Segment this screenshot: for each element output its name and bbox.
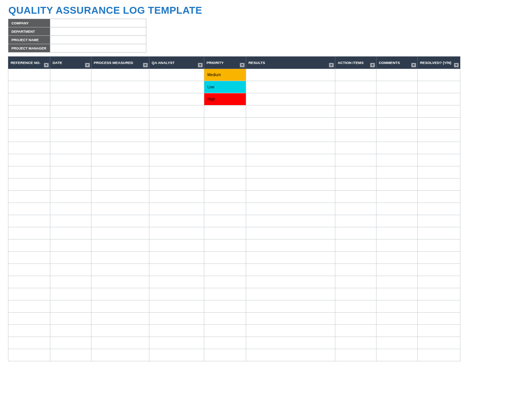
filter-dropdown-icon[interactable] (240, 63, 245, 67)
cell-resolved[interactable] (418, 81, 460, 93)
cell-priority[interactable] (204, 130, 246, 142)
cell-priority[interactable] (204, 227, 246, 239)
meta-value-company[interactable] (50, 19, 146, 27)
cell-action_items[interactable] (335, 276, 377, 288)
cell-comments[interactable] (377, 300, 418, 313)
cell-qa_analyst[interactable] (149, 69, 204, 81)
cell-priority[interactable] (204, 276, 246, 288)
cell-resolved[interactable] (418, 313, 460, 325)
cell-comments[interactable] (377, 191, 418, 203)
cell-priority[interactable] (204, 252, 246, 264)
cell-priority[interactable]: Medium (204, 69, 246, 81)
cell-reference_no[interactable] (8, 93, 50, 105)
cell-qa_analyst[interactable] (149, 252, 204, 264)
cell-action_items[interactable] (335, 191, 377, 203)
cell-process_measured[interactable] (91, 93, 149, 105)
cell-comments[interactable] (377, 81, 418, 93)
column-header-qa_analyst[interactable]: QA ANALYST (149, 57, 204, 69)
cell-results[interactable] (246, 105, 335, 118)
cell-date[interactable] (50, 337, 91, 349)
cell-priority[interactable] (204, 215, 246, 227)
cell-results[interactable] (246, 349, 335, 361)
filter-dropdown-icon[interactable] (411, 63, 416, 67)
cell-process_measured[interactable] (91, 337, 149, 349)
cell-results[interactable] (246, 191, 335, 203)
cell-comments[interactable] (377, 130, 418, 142)
cell-qa_analyst[interactable] (149, 81, 204, 93)
cell-process_measured[interactable] (91, 191, 149, 203)
cell-reference_no[interactable] (8, 313, 50, 325)
cell-priority[interactable] (204, 154, 246, 166)
cell-qa_analyst[interactable] (149, 215, 204, 227)
cell-qa_analyst[interactable] (149, 349, 204, 361)
cell-qa_analyst[interactable] (149, 300, 204, 313)
cell-action_items[interactable] (335, 81, 377, 93)
cell-resolved[interactable] (418, 215, 460, 227)
filter-dropdown-icon[interactable] (198, 63, 203, 67)
column-header-comments[interactable]: COMMENTS (377, 57, 418, 69)
cell-action_items[interactable] (335, 105, 377, 118)
cell-qa_analyst[interactable] (149, 239, 204, 252)
cell-process_measured[interactable] (91, 118, 149, 130)
cell-date[interactable] (50, 69, 91, 81)
cell-comments[interactable] (377, 179, 418, 191)
cell-process_measured[interactable] (91, 105, 149, 118)
cell-comments[interactable] (377, 288, 418, 300)
cell-resolved[interactable] (418, 349, 460, 361)
cell-date[interactable] (50, 227, 91, 239)
cell-resolved[interactable] (418, 203, 460, 215)
filter-dropdown-icon[interactable] (44, 63, 49, 67)
column-header-process_measured[interactable]: PROCESS MEASURED (91, 57, 149, 69)
cell-resolved[interactable] (418, 69, 460, 81)
cell-resolved[interactable] (418, 154, 460, 166)
cell-action_items[interactable] (335, 154, 377, 166)
cell-resolved[interactable] (418, 264, 460, 276)
meta-value-department[interactable] (50, 27, 146, 36)
cell-comments[interactable] (377, 93, 418, 105)
cell-comments[interactable] (377, 239, 418, 252)
cell-priority[interactable] (204, 264, 246, 276)
cell-priority[interactable] (204, 118, 246, 130)
cell-qa_analyst[interactable] (149, 105, 204, 118)
cell-results[interactable] (246, 154, 335, 166)
cell-process_measured[interactable] (91, 300, 149, 313)
cell-resolved[interactable] (418, 93, 460, 105)
cell-process_measured[interactable] (91, 215, 149, 227)
cell-action_items[interactable] (335, 349, 377, 361)
cell-reference_no[interactable] (8, 69, 50, 81)
cell-comments[interactable] (377, 252, 418, 264)
cell-date[interactable] (50, 325, 91, 337)
filter-dropdown-icon[interactable] (85, 63, 90, 67)
cell-qa_analyst[interactable] (149, 166, 204, 179)
cell-qa_analyst[interactable] (149, 264, 204, 276)
cell-date[interactable] (50, 166, 91, 179)
cell-action_items[interactable] (335, 264, 377, 276)
cell-qa_analyst[interactable] (149, 130, 204, 142)
cell-priority[interactable] (204, 337, 246, 349)
cell-results[interactable] (246, 215, 335, 227)
filter-dropdown-icon[interactable] (143, 63, 148, 67)
cell-process_measured[interactable] (91, 227, 149, 239)
cell-resolved[interactable] (418, 105, 460, 118)
cell-reference_no[interactable] (8, 81, 50, 93)
cell-results[interactable] (246, 227, 335, 239)
cell-process_measured[interactable] (91, 203, 149, 215)
cell-resolved[interactable] (418, 337, 460, 349)
cell-date[interactable] (50, 179, 91, 191)
meta-value-project-manager[interactable] (50, 44, 146, 53)
cell-action_items[interactable] (335, 325, 377, 337)
cell-resolved[interactable] (418, 276, 460, 288)
cell-process_measured[interactable] (91, 288, 149, 300)
meta-value-project-name[interactable] (50, 36, 146, 44)
cell-process_measured[interactable] (91, 69, 149, 81)
cell-resolved[interactable] (418, 252, 460, 264)
cell-results[interactable] (246, 93, 335, 105)
cell-process_measured[interactable] (91, 142, 149, 154)
cell-resolved[interactable] (418, 142, 460, 154)
cell-qa_analyst[interactable] (149, 154, 204, 166)
cell-reference_no[interactable] (8, 203, 50, 215)
cell-results[interactable] (246, 337, 335, 349)
cell-resolved[interactable] (418, 325, 460, 337)
cell-qa_analyst[interactable] (149, 118, 204, 130)
cell-date[interactable] (50, 81, 91, 93)
